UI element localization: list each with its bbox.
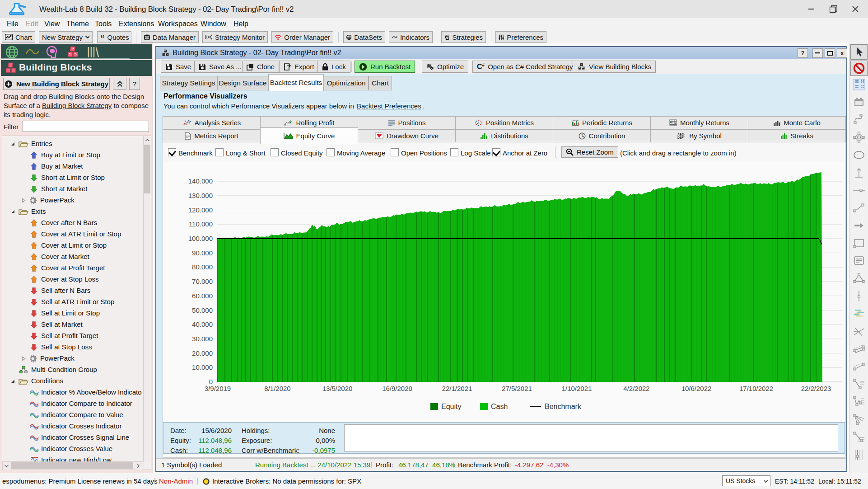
- svg-text:13/5/2020: 13/5/2020: [322, 385, 353, 392]
- svg-text:50.000: 50.000: [192, 306, 213, 314]
- svg-text:60.000: 60.000: [192, 292, 213, 300]
- svg-text:Cash: Cash: [491, 403, 508, 410]
- svg-text:ABC: ABC: [677, 133, 684, 136]
- svg-text:90.000: 90.000: [192, 249, 213, 257]
- svg-text:8/1/2020: 8/1/2020: [264, 385, 290, 392]
- svg-text:130.000: 130.000: [188, 192, 213, 199]
- svg-text:40.000: 40.000: [192, 320, 213, 328]
- svg-text:22/1/2021: 22/1/2021: [442, 385, 472, 392]
- svg-text:27/5/2021: 27/5/2021: [502, 385, 532, 392]
- svg-text:70.000: 70.000: [192, 277, 213, 285]
- svg-text:20.000: 20.000: [192, 349, 213, 357]
- svg-text:30.000: 30.000: [192, 335, 213, 343]
- svg-text:1/10/2021: 1/10/2021: [562, 385, 592, 392]
- svg-text:17/10/2022: 17/10/2022: [739, 385, 773, 392]
- svg-text:16/9/2020: 16/9/2020: [382, 385, 412, 392]
- svg-text:10/6/2022: 10/6/2022: [681, 385, 712, 392]
- svg-text:Equity: Equity: [441, 403, 461, 410]
- svg-text:4/2/2022: 4/2/2022: [623, 385, 649, 392]
- svg-text:Benchmark: Benchmark: [545, 403, 582, 410]
- svg-text:120.000: 120.000: [188, 206, 213, 214]
- svg-text:80.000: 80.000: [192, 263, 213, 271]
- svg-text:22/2/2023: 22/2/2023: [801, 385, 831, 392]
- svg-text:110.000: 110.000: [189, 220, 213, 228]
- svg-text:100.000: 100.000: [188, 235, 213, 242]
- svg-text:140.000: 140.000: [188, 177, 213, 185]
- svg-text:3/9/2019: 3/9/2019: [205, 385, 231, 392]
- svg-text:10.000: 10.000: [192, 363, 213, 371]
